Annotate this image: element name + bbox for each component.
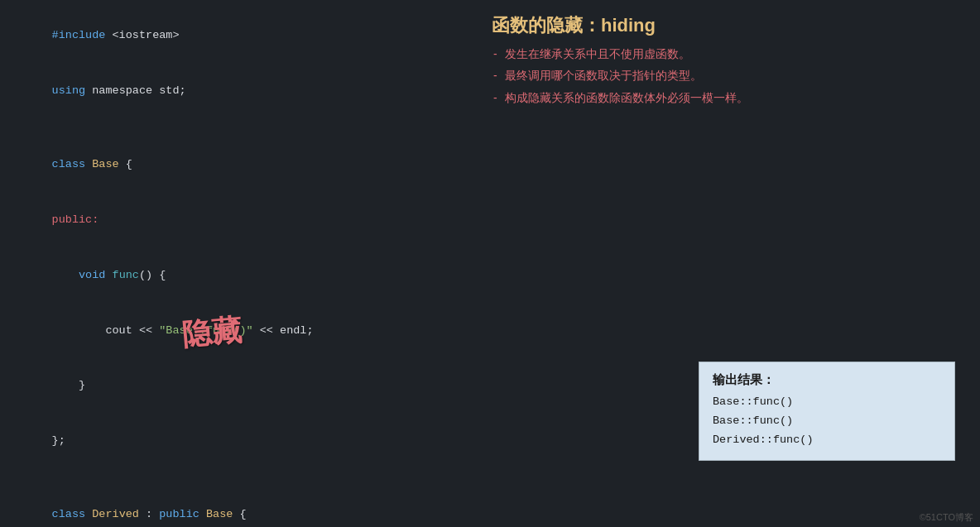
- code-line-3: [12, 119, 460, 137]
- hidden-label: 隐藏: [180, 305, 244, 359]
- output-line-2: Base::func(): [713, 412, 941, 431]
- code-line-11: class Derived : public Base {: [12, 487, 460, 527]
- right-panel: 函数的隐藏：hiding 发生在继承关系中且不使用虚函数。 最终调用哪个函数取决…: [472, 0, 980, 527]
- code-line-1: #include <iostream>: [12, 8, 460, 64]
- code-line-2: using namespace std;: [12, 64, 460, 119]
- bullet-list: 发生在继承关系中且不使用虚函数。 最终调用哪个函数取决于指针的类型。 构成隐藏关…: [492, 45, 960, 107]
- code-panel: #include <iostream> using namespace std;…: [0, 0, 472, 527]
- output-line-1: Base::func(): [713, 393, 941, 412]
- main-title: 函数的隐藏：hiding: [492, 13, 960, 38]
- watermark: ©51CTO博客: [920, 511, 973, 524]
- output-line-3: Derived::func(): [713, 431, 941, 450]
- output-code: Base::func() Base::func() Derived::func(…: [713, 393, 941, 450]
- bullet-item-3: 构成隐藏关系的函数除函数体外必须一模一样。: [492, 89, 960, 107]
- main-container: #include <iostream> using namespace std;…: [0, 0, 980, 527]
- code-line-9: };: [12, 414, 460, 469]
- output-box: 输出结果： Base::func() Base::func() Derived:…: [699, 362, 955, 461]
- code-line-6: void func() {: [12, 247, 460, 303]
- bullet-item-1: 发生在继承关系中且不使用虚函数。: [492, 45, 960, 63]
- code-line-5: public:: [12, 193, 460, 248]
- bullet-item-2: 最终调用哪个函数取决于指针的类型。: [492, 66, 960, 84]
- code-line-4: class Base {: [12, 137, 460, 193]
- code-line-8: }: [12, 358, 460, 414]
- title-section: 函数的隐藏：hiding 发生在继承关系中且不使用虚函数。 最终调用哪个函数取决…: [492, 13, 960, 107]
- output-title: 输出结果：: [713, 372, 941, 388]
- code-line-10: [12, 469, 460, 487]
- include-keyword: #include: [52, 29, 106, 41]
